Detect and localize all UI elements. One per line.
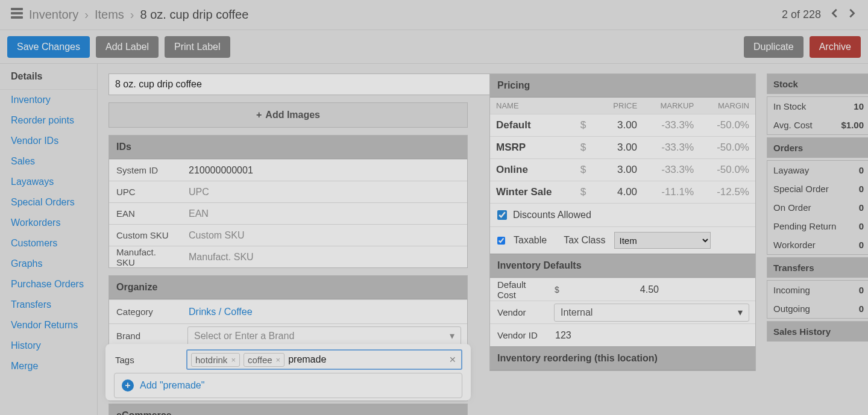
duplicate-button[interactable]: Duplicate <box>744 36 804 58</box>
tags-clear-icon[interactable]: ✕ <box>447 355 459 364</box>
stat-row: Pending Return0 <box>767 217 868 236</box>
organize-head: Organize <box>109 276 467 299</box>
stat-row: In Stock10 <box>767 97 868 116</box>
tag-chip: coffee× <box>244 353 285 367</box>
sidebar-item-vendor-ids[interactable]: Vendor IDs <box>0 131 97 151</box>
sidebar-item-reorder-points[interactable]: Reorder points <box>0 110 97 131</box>
vendor-select[interactable]: Internal ▾ <box>554 304 749 322</box>
stat-row: Outgoing0 <box>767 299 868 318</box>
col-markup: MARKUP <box>643 98 700 114</box>
breadcrumb-items[interactable]: Items <box>95 8 124 22</box>
organize-panel: Organize Category Drinks / Coffee Brand … <box>108 275 468 401</box>
sidebar-item-purchase-orders[interactable]: Purchase Orders <box>0 274 97 295</box>
tag-remove-icon[interactable]: × <box>276 355 281 364</box>
pricing-head: Pricing <box>490 74 755 98</box>
save-button[interactable]: Save Changes <box>7 36 90 58</box>
ean-label: EAN <box>109 208 181 219</box>
stat-row: Layaway0 <box>767 161 868 179</box>
breadcrumb-sep: › <box>130 8 134 22</box>
print-label-button[interactable]: Print Label <box>165 36 230 58</box>
price-row: Default$3.00-33.3%-50.0% <box>490 114 755 137</box>
orders-head: Orders <box>767 137 868 158</box>
sidebar-item-inventory[interactable]: Inventory <box>0 90 97 110</box>
sidebar-head: Details <box>0 64 97 90</box>
tag-remove-icon[interactable]: × <box>231 355 236 364</box>
sidebar-item-vendor-returns[interactable]: Vendor Returns <box>0 315 97 335</box>
svg-rect-0 <box>11 8 23 10</box>
ecommerce-head: eCommerce <box>109 404 467 415</box>
pager-prev-icon[interactable] <box>829 8 840 22</box>
defaults-head: Inventory Defaults <box>490 254 755 278</box>
sidebar-item-graphs[interactable]: Graphs <box>0 254 97 274</box>
tags-field[interactable]: hotdrink× coffee× ✕ <box>186 349 462 370</box>
ids-panel: IDs System ID210000000001 UPC EAN Custom… <box>108 135 468 268</box>
mansku-label: Manufact. SKU <box>109 247 181 267</box>
chevron-down-icon: ▾ <box>450 330 454 342</box>
item-name-input[interactable] <box>108 73 512 95</box>
menu-icon[interactable] <box>11 8 23 22</box>
pricing-panel: Pricing NAME PRICE MARKUP MARGIN Default… <box>489 73 756 371</box>
taxclass-select[interactable]: Item <box>614 232 711 249</box>
sidebar-item-history[interactable]: History <box>0 335 97 356</box>
tags-dropdown: + Add "premade" <box>114 373 462 398</box>
pricing-table: NAME PRICE MARKUP MARGIN Default$3.00-33… <box>490 98 755 203</box>
tags-input[interactable] <box>288 354 458 365</box>
default-cost-value[interactable]: 4.50 <box>566 284 755 295</box>
vendorid-value: 123 <box>548 330 755 341</box>
archive-button[interactable]: Archive <box>810 36 861 58</box>
customsku-input[interactable] <box>181 225 467 246</box>
sidebar-item-merge[interactable]: Merge <box>0 356 97 376</box>
upc-label: UPC <box>109 187 181 197</box>
svg-rect-2 <box>11 16 23 19</box>
vendorid-label: Vendor ID <box>490 330 548 340</box>
price-row: Online$3.00-33.3%-50.0% <box>490 159 755 181</box>
sales-history-head: Sales History <box>767 321 868 342</box>
transfers-box: Incoming0 Outgoing0 <box>767 280 868 319</box>
breadcrumb-inventory[interactable]: Inventory <box>29 8 78 22</box>
upc-input[interactable] <box>181 181 467 202</box>
ean-input[interactable] <box>181 203 467 224</box>
mansku-input[interactable] <box>181 246 467 267</box>
stock-head: Stock <box>767 73 868 94</box>
breadcrumb-current: 8 oz. cup drip coffee <box>140 8 249 22</box>
taxable-checkbox[interactable] <box>497 237 505 245</box>
transfers-head: Transfers <box>767 257 868 278</box>
price-row: Winter Sale$4.00-11.1%-12.5% <box>490 181 755 204</box>
vendor-label: Vendor <box>490 307 548 317</box>
category-link[interactable]: Drinks / Coffee <box>181 307 260 317</box>
breadcrumb-bar: Inventory › Items › 8 oz. cup drip coffe… <box>0 0 868 30</box>
add-label-button[interactable]: Add Label <box>96 36 159 58</box>
discounts-label: Discounts Allowed <box>513 210 591 220</box>
currency-symbol: $ <box>548 285 566 295</box>
taxclass-label: Tax Class <box>564 235 605 246</box>
chevron-down-icon: ▾ <box>738 307 743 318</box>
sidebar-item-transfers[interactable]: Transfers <box>0 295 97 315</box>
stock-box: In Stock10 Avg. Cost$1.00 <box>767 96 868 135</box>
tags-editor: Tags hotdrink× coffee× ✕ <box>108 346 468 398</box>
discounts-checkbox[interactable] <box>497 210 507 220</box>
sidebar-item-special-orders[interactable]: Special Orders <box>0 192 97 213</box>
col-margin: MARGIN <box>700 98 755 114</box>
customsku-label: Custom SKU <box>109 230 181 240</box>
default-cost-label: Default Cost <box>490 279 548 300</box>
breadcrumb-sep: › <box>84 8 89 22</box>
sidebar-item-workorders[interactable]: Workorders <box>0 213 97 233</box>
pager-next-icon[interactable] <box>846 8 857 22</box>
add-images-button[interactable]: + Add Images <box>108 102 468 128</box>
sidebar-item-layaways[interactable]: Layaways <box>0 172 97 192</box>
tag-chip: hotdrink× <box>191 353 240 367</box>
sidebar-item-sales[interactable]: Sales <box>0 151 97 172</box>
ecommerce-panel: eCommerce Publish to eCom Delete from eC… <box>108 404 468 415</box>
action-bar: Save Changes Add Label Print Label Dupli… <box>0 30 868 64</box>
col-price: PRICE <box>599 98 643 114</box>
category-label: Category <box>109 307 181 317</box>
sidebar-item-customers[interactable]: Customers <box>0 233 97 254</box>
sidebar: Details Inventory Reorder points Vendor … <box>0 64 98 415</box>
stat-row: Incoming0 <box>767 281 868 299</box>
stat-row: On Order0 <box>767 198 868 217</box>
brand-select[interactable]: Select or Enter a Brand ▾ <box>187 326 461 346</box>
tags-add-option[interactable]: + Add "premade" <box>115 373 462 398</box>
stat-row: Workorder0 <box>767 236 868 254</box>
svg-rect-1 <box>11 12 23 14</box>
price-row: MSRP$3.00-33.3%-50.0% <box>490 137 755 159</box>
